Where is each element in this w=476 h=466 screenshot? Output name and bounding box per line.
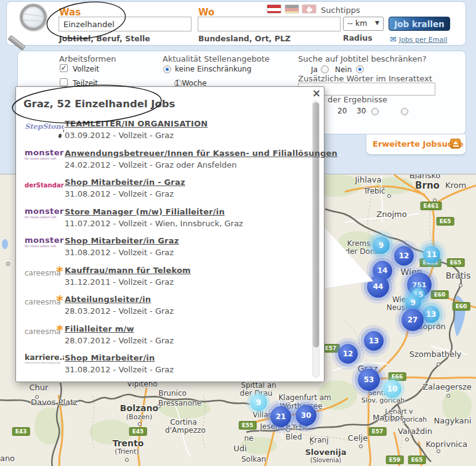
was-input[interactable]: [58, 17, 192, 31]
monster-logo: monsterfür neues Leben ruft.: [25, 149, 64, 160]
map-city-label: Jihlava: [355, 175, 382, 184]
job-list: StepStoneTEAMLEITER/IN ORGANISATION03.09…: [16, 119, 307, 383]
map-city-label: St. Pölten: [333, 273, 368, 282]
careesma-logo: careesma*: [25, 327, 61, 336]
job-row: careesma*Filialleiter m/w28.07.2012 - Vo…: [16, 324, 307, 354]
job-meta: 24.02.2012 - Vollzeit - Graz oder Ansfel…: [65, 160, 337, 170]
map-city-label: Klagenfurt am: [278, 393, 331, 402]
map-city-label: Kranj: [309, 436, 328, 444]
vollzeit-label[interactable]: Vollzeit: [73, 65, 99, 73]
was-hint: Jobtitel, Beruf, Stelle: [59, 34, 150, 43]
nein-radio[interactable]: [356, 65, 364, 73]
germany-flag-icon[interactable]: [284, 4, 299, 14]
city-dot: [359, 444, 363, 448]
job-count-marker[interactable]: 53: [358, 369, 380, 391]
road-badge: E60: [453, 302, 470, 311]
road-badge: E45: [129, 427, 147, 436]
job-title-link[interactable]: Anwendungsbetreuer/Innen für Kassen- und…: [65, 149, 337, 158]
vollzeit-checkbox[interactable]: ✓: [60, 64, 68, 72]
results-popup: × Graz, 52 Einzelhandel Jobs StepStoneTE…: [15, 86, 325, 382]
keine-radio[interactable]: [163, 65, 171, 73]
job-row: karriere.atÖsterreichs KarriereportalSho…: [16, 353, 307, 383]
ergebnisse-30-label[interactable]: 30: [357, 107, 366, 115]
road-badge: E43: [12, 427, 30, 436]
road-badge: E65: [437, 217, 454, 226]
radius-select[interactable]: -- km▼: [343, 17, 384, 31]
job-title-link[interactable]: Shop Mitarbeiter/in: [65, 353, 174, 362]
job-meta: 31.08.2012 - Vollzeit - Graz: [65, 248, 179, 257]
suchtipps-link[interactable]: Suchtipps: [321, 6, 360, 15]
job-count-marker[interactable]: 10: [383, 380, 401, 398]
job-count-marker[interactable]: 30: [296, 405, 317, 426]
job-title-link[interactable]: Shop Mitarbeiter/in - Graz: [65, 178, 185, 187]
job-count-marker[interactable]: 9: [250, 394, 267, 411]
map-city-label: (Bozen): [126, 413, 152, 421]
map-city-label: Bressanone: [158, 399, 201, 407]
zusatz-label: Zusätzliche Wörter im Inserattext: [298, 74, 432, 83]
ergebnisse-20-label[interactable]: 20: [337, 107, 347, 115]
erweiterte-jobsuche-button[interactable]: Erweiterte Jobsuche: [366, 134, 466, 155]
map-city-label: Nagykani: [434, 416, 472, 425]
job-title-link[interactable]: Store Manager (m/w) Filialleiter/in: [65, 207, 243, 216]
ja-radio[interactable]: [321, 65, 329, 73]
job-count-marker[interactable]: 12: [394, 246, 414, 266]
map-city-label: Zalaegersze: [422, 382, 472, 391]
job-row: StepStoneTEAMLEITER/IN ORGANISATION03.09…: [16, 119, 307, 149]
job-count-marker[interactable]: 21: [270, 406, 291, 427]
map-city-label: Blansko: [409, 174, 441, 180]
derstandard-logo: derStandard.at: [25, 182, 64, 189]
popup-scrollbar[interactable]: [312, 100, 320, 378]
aktualitaet-title: Aktualität Stellenangebote: [163, 54, 270, 63]
close-icon[interactable]: ×: [312, 87, 321, 99]
map-city-label: Bratis: [446, 271, 471, 280]
job-krallen-button[interactable]: Job krallen: [389, 17, 450, 31]
job-title-link[interactable]: Kauffrau/mann für Telekom: [65, 266, 191, 275]
map-city-label: Solkan: [241, 455, 266, 464]
ergebnisse-20-radio[interactable]: [371, 108, 379, 115]
map-city-label: Varaždin: [398, 427, 432, 436]
map-city-label: d'Ampezzo: [165, 426, 206, 435]
nein-label[interactable]: Nein: [335, 65, 352, 74]
map-city-label: Maribor: [373, 413, 403, 422]
job-count-marker[interactable]: 11: [423, 246, 440, 263]
job-count-marker[interactable]: 13: [364, 331, 384, 351]
job-count-marker[interactable]: 12: [338, 344, 358, 364]
teilzeit-checkbox[interactable]: [60, 78, 68, 86]
collapse-icon: [450, 139, 461, 149]
scrollbar-thumb[interactable]: [313, 102, 319, 348]
ja-label[interactable]: Ja: [311, 65, 318, 74]
city-dot: [459, 284, 462, 287]
city-dot: [405, 438, 409, 441]
job-count-marker[interactable]: 13: [422, 306, 440, 323]
ergebnisse-30-radio[interactable]: [401, 108, 408, 115]
austria-flag-icon[interactable]: [267, 4, 281, 14]
job-title-link[interactable]: Abteilungsleiter/in: [65, 295, 174, 304]
job-meta: 31.12.2011 - Vollzeit - Graz: [65, 277, 191, 287]
road-badge: E57: [369, 427, 387, 436]
job-count-marker[interactable]: 9: [373, 237, 390, 254]
city-dot: [138, 422, 142, 426]
job-meta: 03.09.2012 - Vollzeit - Graz: [65, 131, 208, 140]
map-city-label: Znojmo: [376, 210, 406, 219]
switzerland-flag-icon[interactable]: [302, 4, 317, 14]
job-title-link[interactable]: Filialleiter m/w: [65, 324, 174, 333]
map-city-label: Krom: [445, 181, 466, 190]
city-dot: [437, 449, 440, 453]
popup-title: Graz, 52 Einzelhandel Jobs: [23, 98, 175, 110]
job-title-link[interactable]: Shop Mitarbeiter/in Graz: [65, 236, 179, 245]
job-row: monsterfür neues Leben ruft.Store Manage…: [16, 207, 307, 237]
karriere-logo: karriere.atÖsterreichs Karriereportal: [25, 354, 64, 364]
city-dot: [437, 362, 440, 366]
map-city-label: (Slovenia): [310, 457, 341, 464]
job-count-marker[interactable]: 27: [401, 309, 424, 331]
keine-label[interactable]: keine Einschränkung: [175, 65, 251, 73]
ergebnisse-label-fragment: der Ergebnisse: [328, 95, 387, 104]
jobtitel-title: Suche auf Jobtitel beschränken?: [298, 54, 427, 63]
arbeitsformen-title: Arbeitsformen: [59, 54, 116, 63]
job-row: monsterfür neues Leben ruft.Shop Mitarbe…: [16, 236, 307, 266]
job-count-marker[interactable]: 44: [367, 276, 389, 298]
map-city-label: ano: [0, 454, 15, 463]
wo-input[interactable]: [198, 17, 341, 31]
jobs-per-email[interactable]: ✉Jobs per Email: [390, 33, 447, 44]
job-title-link[interactable]: TEAMLEITER/IN ORGANISATION: [65, 119, 208, 128]
